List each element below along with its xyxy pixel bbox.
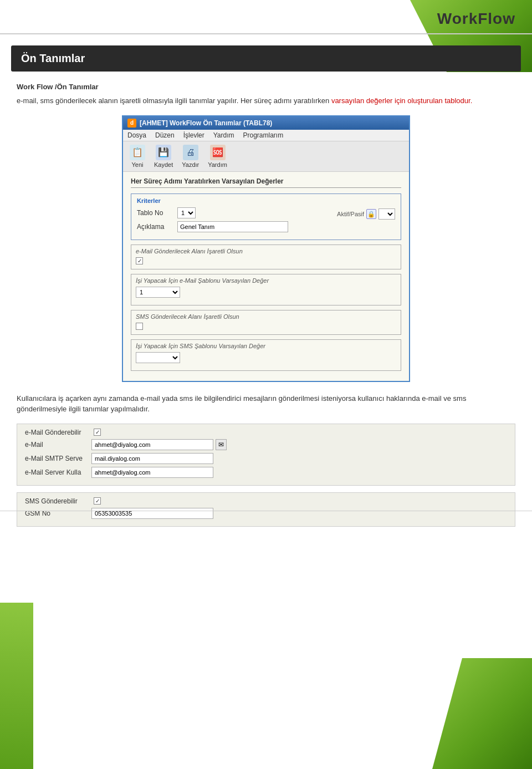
gsm-value: 05353003535 [91, 508, 213, 519]
menu-programlarim[interactable]: Programlarım [243, 131, 284, 139]
window-titlebar: d [AHMET] WorkFlow Ön Tanımlar (TABL78) [123, 116, 409, 130]
toolbar-yazdir[interactable]: 🖨 Yazdır [182, 145, 199, 168]
kaydet-icon: 💾 [156, 145, 171, 160]
email-row: e-Mail ahmet@diyalog.com ✉ [25, 439, 507, 450]
sms-sablon-select[interactable] [136, 352, 180, 363]
menu-duzen[interactable]: Düzen [155, 131, 175, 139]
tablo-no-label: Tablo No [137, 209, 173, 217]
bg-decor-bottom-right [432, 658, 532, 769]
aktif-pasif-field: Aktif/Pasif 🔒 [337, 208, 395, 220]
window-toolbar: 📋 Yeni 💾 Kaydet 🖨 Yazdır 🆘 Yardım [123, 141, 409, 172]
desc-part1: e-mail, sms gönderilecek alanın işaretli… [17, 96, 329, 105]
yardim-label: Yardım [208, 161, 227, 168]
window-title: [AHMET] WorkFlow Ön Tanımlar (TABL78) [140, 119, 272, 127]
aciklama-label: Açıklama [137, 223, 173, 231]
toolbar-kaydet[interactable]: 💾 Kaydet [154, 145, 173, 168]
aciklama-row: Açıklama [137, 221, 395, 232]
sms-isaretli-group: SMS Gönderilecek Alanı İşaretli Olsun [131, 310, 401, 335]
gsm-row: GSM No 05353003535 [25, 508, 507, 519]
yeni-label: Yeni [131, 161, 143, 168]
server-kulla-row: e-Mail Server Kulla ahmet@diyalog.com [25, 467, 507, 478]
page-title-bar: Ön Tanımlar [11, 45, 521, 72]
email-checkbox-row [136, 257, 396, 264]
server-kulla-value: ahmet@diyalog.com [91, 467, 213, 478]
breadcrumb: Work Flow /Ön Tanımlar [17, 83, 515, 91]
aktif-icon[interactable]: 🔒 [366, 209, 376, 219]
description-text: e-mail, sms gönderilecek alanın işaretli… [17, 95, 515, 106]
yazdir-icon: 🖨 [183, 145, 198, 160]
email-label: e-Mail [25, 441, 91, 449]
toolbar-yardim[interactable]: 🆘 Yardım [208, 145, 227, 168]
tablo-no-field: Tablo No 1 [137, 207, 196, 218]
email-gonderebilir-row: e-Mail Gönderebilir [25, 429, 507, 436]
email-isaretli-group: e-Mail Gönderilecek Alanı İşaretli Olsun [131, 245, 401, 269]
email-sablon-label: İşi Yapacak İçin e-Mail Şablonu Varsayıl… [136, 277, 396, 284]
sms-gonderebilir-label: SMS Gönderebilir [25, 497, 91, 505]
sms-checkbox-row [136, 323, 396, 330]
email-isaretli-label: e-Mail Gönderilecek Alanı İşaretli Olsun [136, 248, 396, 254]
yeni-icon: 📋 [130, 145, 145, 160]
email-sablon-row: 1 [136, 287, 396, 298]
menu-dosya[interactable]: Dosya [127, 131, 146, 139]
sms-sablon-group: İşi Yapacak İçin SMS Şablonu Varsayılan … [131, 339, 401, 371]
bottom-divider [0, 511, 532, 511]
sms-isaretli-label: SMS Gönderilecek Alanı İşaretli Olsun [136, 313, 396, 320]
server-kulla-label: e-Mail Server Kulla [25, 468, 91, 476]
sms-gonderebilir-checkbox[interactable] [94, 497, 101, 505]
window-icon: d [127, 119, 136, 128]
sms-sablon-label: İşi Yapacak İçin SMS Şablonu Varsayılan … [136, 343, 396, 349]
aktif-pasif-select[interactable] [378, 208, 395, 220]
email-gonderebilir-label: e-Mail Gönderebilir [25, 429, 91, 436]
sms-info-table: SMS Gönderebilir GSM No 05353003535 [17, 492, 515, 527]
smtp-row: e-Mail SMTP Serve mail.diyalog.com [25, 453, 507, 464]
desc-highlight: varsayılan değerler için oluşturulan tab… [331, 96, 472, 105]
smtp-label: e-Mail SMTP Serve [25, 455, 91, 462]
email-sablon-select[interactable]: 1 [136, 287, 180, 298]
tablo-no-select[interactable]: 1 [177, 207, 196, 218]
menu-yardim[interactable]: Yardım [213, 131, 234, 139]
kaydet-label: Kaydet [154, 161, 173, 168]
email-icon-btn[interactable]: ✉ [216, 439, 227, 450]
smtp-value: mail.diyalog.com [91, 453, 213, 464]
kriterler-group: Kriterler Tablo No 1 Aktif/Pasif 🔒 [131, 193, 401, 240]
yazdir-label: Yazdır [182, 161, 199, 168]
email-gonderebilir-checkbox[interactable] [94, 429, 101, 436]
email-value: ahmet@diyalog.com [91, 439, 213, 450]
yardim-icon: 🆘 [210, 145, 226, 160]
toolbar-yeni[interactable]: 📋 Yeni [130, 145, 145, 168]
aciklama-input[interactable] [177, 221, 288, 232]
email-info-table: e-Mail Gönderebilir e-Mail ahmet@diyalog… [17, 424, 515, 486]
email-sablon-group: İşi Yapacak İçin e-Mail Şablonu Varsayıl… [131, 274, 401, 305]
email-checkbox[interactable] [136, 257, 143, 264]
bottom-description: Kullanıcılara iş açarken aynı zamanda e-… [17, 393, 515, 415]
window-menubar: Dosya Düzen İşlevler Yardım Programlarım [123, 130, 409, 141]
aktif-pasif-label: Aktif/Pasif [337, 211, 364, 217]
tablo-no-row: Tablo No 1 Aktif/Pasif 🔒 [137, 207, 395, 221]
page-title: Ön Tanımlar [21, 52, 511, 65]
app-title: WorkFlow [437, 10, 515, 28]
window-body: Her Süreç Adımı Yaratılırken Varsayılan … [123, 172, 409, 381]
bg-decor-bottom-left [0, 603, 33, 769]
sms-gonderebilir-row: SMS Gönderebilir [25, 497, 507, 505]
sms-sablon-row [136, 352, 396, 363]
section-header: Her Süreç Adımı Yaratılırken Varsayılan … [131, 177, 401, 188]
menu-islevler[interactable]: İşlevler [183, 131, 204, 139]
kriterler-legend: Kriterler [137, 197, 395, 204]
app-window: d [AHMET] WorkFlow Ön Tanımlar (TABL78) … [122, 115, 410, 382]
sms-checkbox[interactable] [136, 323, 143, 330]
header: WorkFlow [0, 0, 532, 34]
